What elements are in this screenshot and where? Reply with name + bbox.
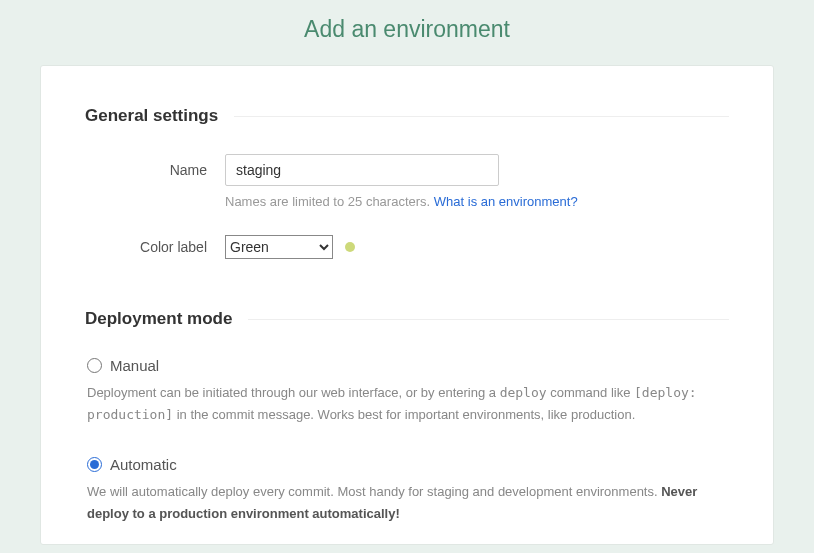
manual-label[interactable]: Manual <box>110 357 159 374</box>
automatic-description: We will automatically deploy every commi… <box>87 481 729 525</box>
section-general-heading: General settings <box>85 106 218 126</box>
color-select[interactable]: Green <box>225 235 333 259</box>
automatic-label[interactable]: Automatic <box>110 456 177 473</box>
name-input[interactable] <box>225 154 499 186</box>
deployment-manual-item: Manual Deployment can be initiated throu… <box>87 357 729 426</box>
color-swatch-icon <box>345 242 355 252</box>
name-row: Name <box>85 154 729 186</box>
color-label: Color label <box>85 239 225 255</box>
manual-radio[interactable] <box>87 358 102 373</box>
color-row: Color label Green <box>85 235 729 259</box>
page-title: Add an environment <box>0 0 814 65</box>
section-deployment-heading: Deployment mode <box>85 309 232 329</box>
divider <box>234 116 729 117</box>
name-hint: Names are limited to 25 characters. What… <box>225 194 729 209</box>
settings-card: General settings Name Names are limited … <box>40 65 774 545</box>
what-is-env-link[interactable]: What is an environment? <box>434 194 578 209</box>
name-label: Name <box>85 162 225 178</box>
automatic-radio[interactable] <box>87 457 102 472</box>
deployment-automatic-item: Automatic We will automatically deploy e… <box>87 456 729 525</box>
name-hint-text: Names are limited to 25 characters. <box>225 194 434 209</box>
section-general-header: General settings <box>85 106 729 126</box>
divider <box>248 319 729 320</box>
deployment-mode-group: Manual Deployment can be initiated throu… <box>87 357 729 525</box>
manual-description: Deployment can be initiated through our … <box>87 382 729 426</box>
section-deployment-header: Deployment mode <box>85 309 729 329</box>
code-deploy: deploy <box>500 385 547 400</box>
